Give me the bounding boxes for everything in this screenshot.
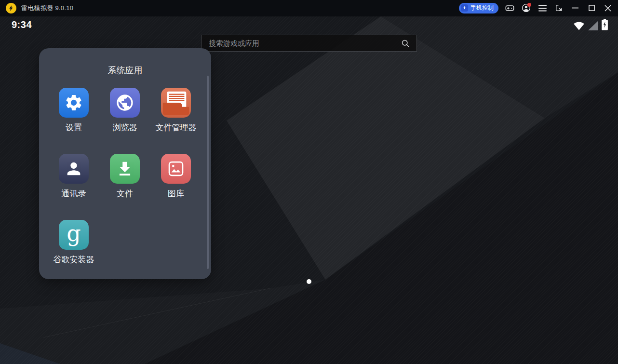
app-label: 图库 [168,188,184,199]
phone-control-label: 手机控制 [470,4,494,12]
search-icon[interactable] [401,39,410,48]
emulator-window: 雷电模拟器 9.0.10 手机控制 [0,0,618,364]
android-desktop: 9:34 系统应用 [0,16,618,364]
app-label: 文件 [117,188,133,199]
user-account-icon[interactable] [518,0,534,16]
globe-icon [115,93,134,112]
titlebar-controls: 手机控制 [459,0,618,16]
gallery-tile [161,154,191,184]
gear-icon [64,93,83,112]
search-input[interactable] [208,39,401,48]
gamepad-icon[interactable] [501,0,518,16]
file-manager-icon [161,88,191,118]
app-settings[interactable]: 设置 [48,88,99,133]
ldplayer-logo-icon [6,3,16,13]
app-label: 谷歌安装器 [54,254,94,265]
menu-icon[interactable] [534,0,551,16]
app-files[interactable]: 文件 [99,154,150,199]
window-title: 雷电模拟器 9.0.10 [21,4,73,13]
app-label: 通讯录 [62,188,86,199]
google-g-icon: g [67,222,81,244]
system-apps-folder: 系统应用 设置 浏览器 [39,48,211,279]
app-file-manager[interactable]: 文件管理器 [150,88,202,133]
minimize-icon[interactable] [567,0,583,16]
app-contacts[interactable]: 通讯录 [48,154,99,199]
gallery-icon [167,160,185,178]
folder-title: 系统应用 [39,65,211,76]
contacts-tile [59,154,89,184]
cellular-signal-icon [588,21,598,30]
search-bar [201,35,417,52]
folder-scrollbar[interactable] [207,76,209,269]
notification-dot [527,3,531,7]
title-bar: 雷电模拟器 9.0.10 手机控制 [0,0,618,16]
app-grid: 设置 浏览器 [39,88,211,265]
google-installer-tile: g [59,220,89,250]
close-icon[interactable] [600,0,616,16]
download-icon [116,160,134,178]
file-manager-tile [161,88,191,118]
app-label: 文件管理器 [156,122,197,133]
person-icon [64,159,83,178]
app-browser[interactable]: 浏览器 [99,88,150,133]
battery-charging-icon [601,19,608,30]
maximize-icon[interactable] [583,0,600,16]
app-label: 设置 [66,122,82,133]
files-tile [110,154,140,184]
status-clock: 9:34 [12,19,32,30]
app-google-installer[interactable]: g 谷歌安装器 [48,220,99,265]
settings-tile [59,88,89,118]
lightning-bolt-icon [461,4,468,12]
app-gallery[interactable]: 图库 [150,154,202,199]
page-indicator-dot [307,279,311,284]
detach-window-icon[interactable] [551,0,567,16]
app-label: 浏览器 [113,122,137,133]
status-icons [573,19,608,30]
wifi-icon [573,21,585,30]
phone-control-button[interactable]: 手机控制 [459,3,498,13]
browser-tile [110,88,140,118]
